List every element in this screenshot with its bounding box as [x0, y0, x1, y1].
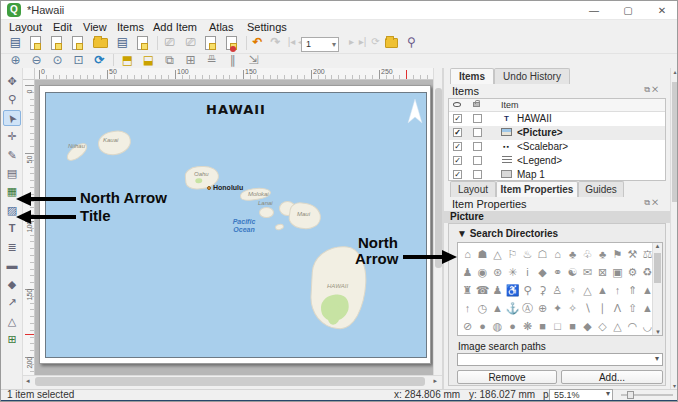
remove-button[interactable]: Remove: [457, 370, 557, 384]
lock-items-icon[interactable]: ⊞: [182, 52, 199, 68]
symbol-cell[interactable]: ▲: [595, 283, 610, 298]
minimize-button[interactable]: —: [577, 1, 611, 20]
symbol-cell[interactable]: ⌂: [460, 247, 475, 262]
symbol-cell[interactable]: ◍: [490, 319, 505, 334]
visibility-checkbox[interactable]: [453, 114, 462, 123]
item-row-hawaii[interactable]: T HAWAII: [449, 112, 665, 126]
tab-guides[interactable]: Guides: [578, 181, 624, 197]
scroll-right-icon[interactable]: ▸: [433, 377, 437, 385]
menu-items[interactable]: Items: [117, 21, 144, 33]
canvas-vertical-scrollbar[interactable]: [433, 68, 442, 375]
item-label[interactable]: HAWAII: [517, 113, 552, 124]
symbol-cell[interactable]: ▣: [610, 265, 625, 280]
symbol-cell[interactable]: ⇧: [625, 301, 640, 316]
tab-items[interactable]: Items: [450, 68, 494, 84]
item-label[interactable]: <Scalebar>: [517, 141, 568, 152]
symbol-cell[interactable]: ◇: [595, 319, 610, 334]
symbol-cell[interactable]: ◉: [475, 265, 490, 280]
symbol-cell[interactable]: ♙: [550, 283, 565, 298]
visibility-checkbox[interactable]: [453, 156, 462, 165]
export-svg-icon[interactable]: [205, 36, 216, 50]
layout-page[interactable]: HAWAII: [39, 85, 431, 364]
zoom-out-icon[interactable]: ⊖: [28, 52, 45, 68]
visibility-checkbox[interactable]: [453, 128, 462, 137]
items-panel-buttons[interactable]: ⧉✕: [644, 85, 660, 95]
symbol-cell[interactable]: ▲: [490, 301, 505, 316]
distribute-items-icon[interactable]: ∥: [224, 52, 241, 68]
image-search-paths-combobox[interactable]: [457, 353, 663, 366]
symbol-cell[interactable]: ☖: [535, 247, 550, 262]
visibility-checkbox[interactable]: [453, 170, 462, 179]
add-pages-icon[interactable]: [137, 36, 148, 50]
symbol-cell[interactable]: ♀: [565, 283, 580, 298]
menu-add-item[interactable]: Add Item: [153, 21, 197, 33]
item-label[interactable]: <Picture>: [517, 127, 563, 138]
save-project-icon[interactable]: ▤: [7, 34, 24, 50]
symbol-cell[interactable]: ⚙: [625, 265, 640, 280]
symbol-cell[interactable]: ⌂: [550, 247, 565, 262]
layout-manager-icon[interactable]: [72, 36, 83, 50]
svg-symbol-browser[interactable]: ⌂☗△⚐♨☖⌂♣♧♣⚑⚒⚖♟◉⊛✳i◆⚭☯✉⊠▣⚙♻♜☎♟♿⚲⚳♙♀△▲↑⇑▲↑…: [457, 242, 663, 336]
symbol-cell[interactable]: ◠: [625, 319, 640, 334]
symbol-cell[interactable]: ⇑: [625, 283, 640, 298]
align-items-icon[interactable]: ≞: [203, 52, 220, 68]
symbol-cell[interactable]: ☗: [475, 247, 490, 262]
symbol-cell[interactable]: ✳: [505, 265, 520, 280]
search-directories-section[interactable]: ▼ Search Directories: [457, 228, 558, 239]
symbol-cell[interactable]: ✦: [550, 301, 565, 316]
symbol-cell[interactable]: ●: [505, 319, 520, 334]
symbol-cell[interactable]: ◆: [580, 319, 595, 334]
symbol-cell[interactable]: ♨: [520, 247, 535, 262]
atlas-page-spinbox[interactable]: 1: [301, 37, 339, 52]
undo-icon[interactable]: ↶: [249, 34, 266, 50]
scroll-left-icon[interactable]: ◂: [26, 377, 30, 385]
item-label[interactable]: Map 1: [517, 169, 545, 180]
symbol-cell[interactable]: ⊠: [595, 265, 610, 280]
item-row-scalebar[interactable]: ▪▪ <Scalebar>: [449, 140, 665, 154]
tab-layout[interactable]: Layout: [450, 181, 496, 197]
move-content-tool-icon[interactable]: ✛: [3, 128, 21, 144]
add-scalebar-tool-icon[interactable]: ▬: [3, 257, 21, 273]
symbol-cell[interactable]: ↑: [610, 283, 625, 298]
item-row-legend[interactable]: <Legend>: [449, 154, 665, 168]
symbol-cell[interactable]: ◷: [475, 301, 490, 316]
symbol-cell[interactable]: △: [580, 283, 595, 298]
zoom-slider-handle[interactable]: [627, 391, 634, 399]
symbol-cell[interactable]: Ⓐ: [520, 301, 535, 316]
tab-item-properties[interactable]: Item Properties: [496, 181, 578, 197]
lock-checkbox[interactable]: [473, 156, 482, 165]
atlas-preview-icon[interactable]: ⚲: [403, 34, 420, 50]
menu-atlas[interactable]: Atlas: [209, 21, 233, 33]
symbol-cell[interactable]: ❋: [520, 319, 535, 334]
menu-settings[interactable]: Settings: [247, 21, 287, 33]
symbol-cell[interactable]: ∖: [580, 301, 595, 316]
symbol-cell[interactable]: ✧: [565, 301, 580, 316]
lock-checkbox[interactable]: [473, 142, 482, 151]
menu-view[interactable]: View: [83, 21, 107, 33]
lock-checkbox[interactable]: [473, 170, 482, 179]
lower-items-icon[interactable]: ⬓: [140, 52, 157, 68]
symbol-cell[interactable]: ■: [565, 319, 580, 334]
save-as-template-icon[interactable]: ▤: [114, 34, 131, 50]
zoom-full-icon[interactable]: ⊡: [70, 52, 87, 68]
symbol-cell[interactable]: ⚐: [505, 247, 520, 262]
symbol-cell[interactable]: ∣: [595, 301, 610, 316]
visibility-checkbox[interactable]: [453, 142, 462, 151]
symbol-cell[interactable]: ♣: [565, 247, 580, 262]
lock-checkbox[interactable]: [473, 128, 482, 137]
symbol-cell[interactable]: ⚒: [625, 247, 640, 262]
right-panel-scrollbar[interactable]: ▴▾: [670, 68, 678, 389]
symbol-cell[interactable]: △: [610, 319, 625, 334]
symbol-cell[interactable]: ⚓: [505, 301, 520, 316]
canvas-horizontal-scrollbar[interactable]: ◂ ▸: [23, 375, 442, 386]
menu-edit[interactable]: Edit: [53, 21, 72, 33]
map-item[interactable]: HAWAII: [45, 92, 427, 358]
symbol-cell[interactable]: ♿: [505, 283, 520, 298]
symbol-cell[interactable]: ☯: [565, 265, 580, 280]
atlas-settings-icon[interactable]: [385, 38, 398, 48]
item-label[interactable]: <Legend>: [517, 155, 562, 166]
symbol-cell[interactable]: △: [490, 247, 505, 262]
symbol-cell[interactable]: ♣: [595, 247, 610, 262]
print-icon[interactable]: ⎚: [161, 34, 178, 50]
symbol-cell[interactable]: ⚑: [610, 247, 625, 262]
